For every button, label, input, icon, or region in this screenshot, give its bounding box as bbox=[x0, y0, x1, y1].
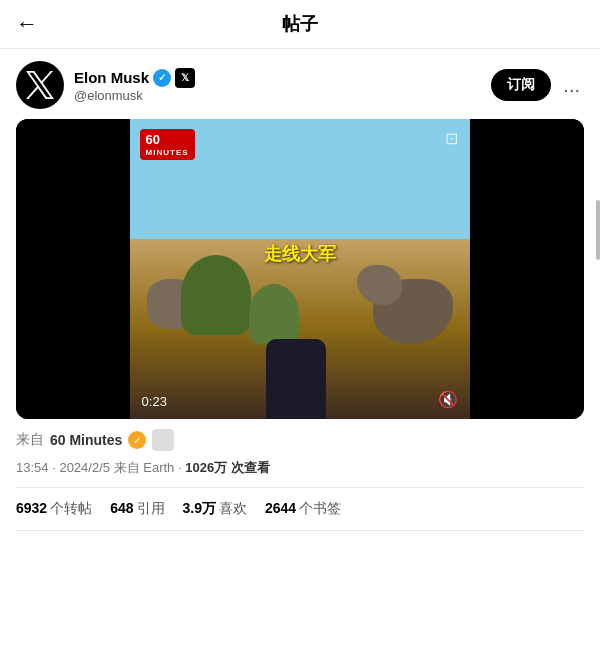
user-row: Elon Musk ✓ 𝕏 @elonmusk 订阅 ... bbox=[16, 61, 584, 109]
source-verified-badge: ✓ bbox=[128, 431, 146, 449]
retweet-count: 6932 bbox=[16, 500, 47, 516]
quote-stat[interactable]: 648 引用 bbox=[110, 500, 164, 518]
meta-line: 13:54 · 2024/2/5 来自 Earth · 1026万 次查看 bbox=[16, 459, 584, 477]
x-platform-badge: 𝕏 bbox=[175, 68, 195, 88]
source-icon bbox=[152, 429, 174, 451]
source-name: 60 Minutes bbox=[50, 432, 122, 448]
back-button[interactable]: ← bbox=[16, 11, 38, 37]
avatar[interactable] bbox=[16, 61, 64, 109]
scrollbar[interactable] bbox=[596, 200, 600, 260]
user-handle: @elonmusk bbox=[74, 88, 195, 103]
volume-icon[interactable]: 🔇 bbox=[438, 390, 458, 409]
post-views: 1026万 次查看 bbox=[185, 460, 270, 475]
header: ← 帖子 bbox=[0, 0, 600, 49]
video-inner: 走线大军 60 MINUTES 0:23 🔇 ⊡ bbox=[130, 119, 471, 419]
bush-decoration bbox=[249, 284, 299, 344]
more-options-button[interactable]: ... bbox=[559, 74, 584, 97]
post-time: 13:54 bbox=[16, 460, 49, 475]
quote-label: 引用 bbox=[137, 500, 165, 518]
person-silhouette bbox=[266, 339, 326, 419]
post-date: 2024/2/5 bbox=[59, 460, 110, 475]
post-container: Elon Musk ✓ 𝕏 @elonmusk 订阅 ... bbox=[0, 49, 600, 531]
x-logo-icon bbox=[26, 71, 54, 99]
user-info: Elon Musk ✓ 𝕏 @elonmusk bbox=[74, 68, 195, 103]
retweet-stat[interactable]: 6932 个转帖 bbox=[16, 500, 92, 518]
bookmark-count: 2644 bbox=[265, 500, 296, 516]
video-scene bbox=[130, 119, 471, 419]
source-line: 来自 60 Minutes ✓ bbox=[16, 429, 584, 451]
verified-badge-icon: ✓ bbox=[153, 69, 171, 87]
bookmark-label: 个书签 bbox=[299, 500, 341, 518]
like-stat[interactable]: 3.9万 喜欢 bbox=[183, 500, 247, 518]
quote-count: 648 bbox=[110, 500, 133, 516]
like-count: 3.9万 bbox=[183, 500, 216, 518]
video-timestamp: 0:23 bbox=[142, 394, 167, 409]
post-via: 来自 Earth bbox=[114, 460, 175, 475]
sixty-minutes-logo: 60 MINUTES bbox=[140, 129, 195, 160]
video-overlay-text: 走线大军 bbox=[264, 242, 336, 266]
page-title: 帖子 bbox=[282, 12, 318, 36]
user-left: Elon Musk ✓ 𝕏 @elonmusk bbox=[16, 61, 195, 109]
user-name-row: Elon Musk ✓ 𝕏 bbox=[74, 68, 195, 88]
stats-row: 6932 个转帖 648 引用 3.9万 喜欢 2644 个书签 bbox=[16, 487, 584, 531]
video-player[interactable]: 走线大军 60 MINUTES 0:23 🔇 ⊡ bbox=[16, 119, 584, 419]
bush-decoration bbox=[181, 255, 251, 335]
user-actions: 订阅 ... bbox=[491, 69, 584, 101]
screenshot-icon[interactable]: ⊡ bbox=[445, 129, 458, 148]
retweet-label: 个转帖 bbox=[50, 500, 92, 518]
subscribe-button[interactable]: 订阅 bbox=[491, 69, 551, 101]
source-label: 来自 bbox=[16, 431, 44, 449]
user-name: Elon Musk bbox=[74, 69, 149, 86]
rock-decoration bbox=[357, 265, 402, 305]
like-label: 喜欢 bbox=[219, 500, 247, 518]
bookmark-stat[interactable]: 2644 个书签 bbox=[265, 500, 341, 518]
